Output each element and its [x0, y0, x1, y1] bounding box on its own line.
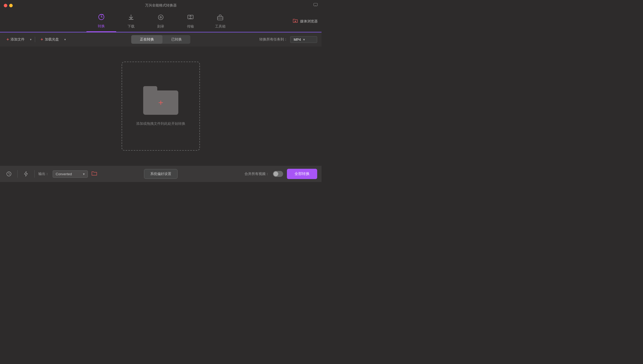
add-file-label: 添加文件: [11, 37, 25, 42]
drop-zone[interactable]: + 添加或拖拽文件到此处开始转换: [122, 62, 200, 151]
navbar: 转换 下载: [0, 11, 322, 32]
nav-items: 转换 下载: [86, 11, 235, 32]
output-folder-button[interactable]: [92, 171, 97, 177]
plus-icon-disc: +: [41, 37, 43, 42]
burn-icon: [157, 14, 164, 22]
bottom-divider-1: [17, 170, 18, 178]
nav-label-download: 下载: [128, 24, 135, 29]
message-icon[interactable]: [313, 3, 318, 8]
minimize-button[interactable]: [9, 4, 13, 7]
convert-icon: [98, 14, 105, 22]
main-content: + 添加或拖拽文件到此处开始转换: [0, 46, 322, 166]
nav-item-toolbox[interactable]: 工具箱: [205, 11, 235, 32]
tab-converted[interactable]: 已转换: [163, 35, 190, 44]
nav-label-burn: 刻录: [157, 24, 164, 29]
nav-item-convert[interactable]: 转换: [86, 11, 116, 32]
tab-group: 正在转换 已转换: [131, 35, 190, 44]
nav-label-toolbox: 工具箱: [215, 24, 226, 29]
drop-hint: 添加或拖拽文件到此处开始转换: [136, 121, 185, 126]
output-dropdown[interactable]: Converted ▾: [53, 170, 88, 178]
nav-label-convert: 转换: [98, 24, 105, 29]
add-file-button[interactable]: + 添加文件: [4, 36, 27, 43]
bottombar: 输出： Converted ▾ 系统偏好设置 合并所有视频： 全部转换: [0, 166, 322, 182]
download-icon: [128, 14, 135, 22]
svg-point-4: [160, 17, 161, 18]
system-settings-button[interactable]: 系统偏好设置: [144, 169, 178, 179]
add-file-arrow[interactable]: ▾: [30, 38, 32, 41]
format-selector: 转换所有任务到： MP4 ▾: [259, 36, 317, 43]
folder-icon: +: [143, 86, 178, 116]
output-label: 输出：: [38, 171, 49, 176]
toggle-knob: [273, 171, 278, 176]
add-disc-label: 加载光盘: [45, 37, 59, 42]
nav-item-transfer[interactable]: 传输: [176, 11, 205, 32]
app-title: 万兴全能格式转换器: [145, 3, 177, 8]
folder-plus-icon: +: [158, 98, 163, 107]
output-value: Converted: [56, 172, 72, 176]
nav-label-transfer: 传输: [187, 24, 194, 29]
window-controls[interactable]: [4, 4, 13, 7]
bottom-right: 合并所有视频： 全部转换: [245, 169, 317, 179]
merge-toggle[interactable]: [273, 171, 283, 177]
tab-converting[interactable]: 正在转换: [131, 35, 163, 44]
format-dropdown[interactable]: MP4 ▾: [290, 36, 317, 43]
media-browser-button[interactable]: 媒体浏览器: [293, 19, 318, 24]
folder-body: +: [143, 90, 178, 115]
add-disc-button[interactable]: + 加载光盘: [38, 36, 61, 43]
bottom-divider-2: [34, 170, 35, 178]
media-browser-icon: [293, 19, 298, 24]
transfer-icon: [187, 14, 194, 22]
output-chevron-icon: ▾: [83, 172, 85, 176]
lightning-icon-button[interactable]: [21, 169, 31, 178]
format-value: MP4: [294, 38, 301, 42]
clock-icon-button[interactable]: [4, 169, 14, 178]
convert-all-button[interactable]: 全部转换: [287, 169, 317, 179]
format-chevron-icon: ▾: [303, 38, 305, 42]
nav-item-download[interactable]: 下载: [116, 11, 146, 32]
media-browser-label: 媒体浏览器: [300, 19, 318, 24]
toolbar-separator: [35, 37, 35, 42]
add-disc-arrow[interactable]: ▾: [64, 38, 66, 41]
svg-marker-7: [295, 21, 296, 22]
close-button[interactable]: [4, 4, 7, 7]
plus-icon: +: [6, 37, 9, 42]
nav-item-burn[interactable]: 刻录: [146, 11, 176, 32]
toolbar: + 添加文件 ▾ + 加载光盘 ▾ 正在转换 已转换 转换所有任务到： MP4 …: [0, 32, 322, 46]
toolbox-icon: [217, 14, 224, 22]
merge-label: 合并所有视频：: [245, 171, 269, 176]
titlebar: 万兴全能格式转换器: [0, 0, 322, 11]
format-label: 转换所有任务到：: [259, 37, 287, 42]
